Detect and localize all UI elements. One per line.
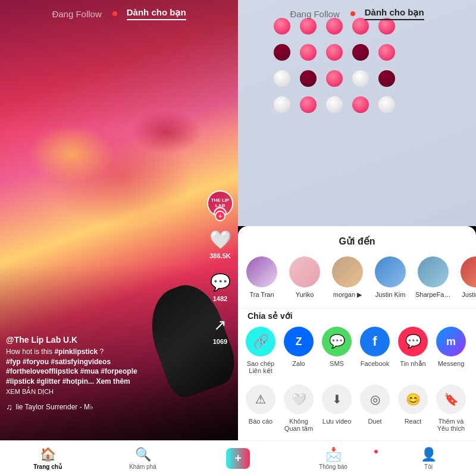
- action-report[interactable]: ⚠ Báo cáo: [245, 384, 276, 432]
- dot-5: [378, 18, 395, 35]
- friend-name-1: Yuriko: [296, 291, 314, 298]
- search-icon: 🔍: [135, 447, 151, 462]
- app-sms-label: SMS: [330, 360, 344, 367]
- actions-row: ⚠ Báo cáo 🤍 KhôngQuan tâm ⬇ Lưu video ◎ …: [238, 384, 476, 440]
- facebook-icon: f: [360, 327, 390, 356]
- share-with-label: Chia sẻ với: [238, 309, 476, 327]
- app-sms[interactable]: 💬 SMS: [321, 327, 352, 375]
- top-bar-left: Đang Follow Dành cho bạn: [0, 7, 238, 20]
- tab-following-right[interactable]: Đang Follow: [290, 9, 339, 19]
- action-react-label: React: [405, 418, 422, 425]
- profile-label: Tôi: [424, 464, 433, 470]
- dot-15: [378, 70, 395, 87]
- friend-name-0: Tra Tran: [249, 291, 274, 298]
- home-label: Trang chủ: [33, 464, 62, 470]
- action-report-label: Báo cáo: [249, 418, 273, 425]
- app-tinnhan[interactable]: 💬 Tin nhắn: [397, 327, 428, 375]
- save-icon: ⬇: [322, 384, 352, 414]
- friend-name-3: Justin Kim: [375, 291, 406, 298]
- react-icon: 😊: [398, 384, 428, 414]
- notification-dot: [374, 449, 378, 454]
- nav-profile[interactable]: 👤 Tôi: [381, 447, 476, 470]
- video-caption: How hot is this #pinklipstick ? #fyp #fo…: [6, 347, 196, 387]
- share-sheet: Gửi đến Tra Tran Yuriko morgan ▶ Justi: [238, 226, 476, 440]
- share-count: 1069: [213, 338, 227, 345]
- link-icon: 🔗: [246, 327, 275, 356]
- search-label: Khám phá: [129, 464, 156, 470]
- dot-16: [274, 96, 290, 113]
- action-react[interactable]: 😊 React: [397, 384, 428, 432]
- friend-item-5[interactable]: Justin Vib: [459, 256, 476, 299]
- music-bar: ♫ lie Taylor Surrender - M♭: [6, 402, 232, 412]
- nav-add[interactable]: +: [190, 448, 286, 469]
- app-messenger[interactable]: m Messeng: [436, 327, 466, 375]
- creator-username[interactable]: @The Lip Lab U.K: [6, 335, 196, 345]
- comment-button[interactable]: 💬 1482: [208, 270, 232, 302]
- translate-btn[interactable]: XEM BẢN DỊCH: [6, 388, 196, 396]
- tab-foryou-right[interactable]: Dành cho bạn: [365, 7, 424, 20]
- nav-home[interactable]: 🏠 Trang chủ: [0, 447, 95, 470]
- friend-avatar-3: [375, 256, 406, 287]
- dot-3: [326, 18, 343, 35]
- see-more-btn[interactable]: Xem thêm: [96, 377, 130, 386]
- dot-17: [300, 96, 317, 113]
- nav-search[interactable]: 🔍 Khám phá: [95, 447, 190, 470]
- friend-name-2: morgan ▶: [333, 291, 362, 299]
- action-duet[interactable]: ◎ Duet: [359, 384, 390, 432]
- messenger-icon: m: [436, 327, 466, 356]
- friend-item-0[interactable]: Tra Tran: [245, 256, 278, 299]
- dot-18: [326, 96, 343, 113]
- action-notcare-label: KhôngQuan tâm: [284, 418, 313, 432]
- follow-plus-badge[interactable]: +: [215, 211, 226, 221]
- app-facebook[interactable]: f Facebook: [359, 327, 390, 375]
- top-bar-right: Đang Follow Dành cho bạn: [238, 7, 476, 20]
- avatar-lip-lab-text: THE LIP LAB: [208, 198, 232, 209]
- friend-avatar-5: [461, 256, 476, 287]
- right-sidebar: THE LIP LAB + 🤍 386.5K 💬 1482 ↗: [207, 190, 233, 345]
- avatar-container[interactable]: THE LIP LAB +: [207, 190, 233, 217]
- dot-19: [352, 96, 369, 113]
- bookmark-icon: 🔖: [436, 384, 466, 414]
- add-button[interactable]: +: [226, 448, 250, 469]
- comment-count: 1482: [213, 295, 227, 302]
- friend-name-5: Justin Vib: [462, 291, 476, 298]
- share-apps-row: 🔗 Sao chépLiên kết Z Zalo 💬 SMS f Facebo…: [238, 327, 476, 384]
- nail-polish-dots: [274, 18, 400, 118]
- video-info: @The Lip Lab U.K How hot is this #pinkli…: [6, 335, 196, 396]
- app-messenger-label: Messeng: [438, 360, 465, 367]
- tab-foryou-left[interactable]: Dành cho bạn: [127, 7, 186, 20]
- friend-item-1[interactable]: Yuriko: [288, 256, 321, 299]
- friend-item-2[interactable]: morgan ▶: [331, 256, 364, 299]
- action-bookmark[interactable]: 🔖 Thêm vàYêu thích: [436, 384, 466, 432]
- friend-avatar-2: [332, 256, 363, 287]
- share-title: Gửi đến: [238, 236, 476, 247]
- dot-14: [352, 70, 369, 87]
- friend-avatar-4: [418, 256, 449, 287]
- friend-item-3[interactable]: Justin Kim: [374, 256, 407, 299]
- friend-avatar-1: [289, 256, 320, 287]
- right-panel: Đang Follow Dành cho bạn: [238, 0, 476, 440]
- dot-9: [352, 44, 369, 61]
- app-zalo[interactable]: Z Zalo: [283, 327, 314, 375]
- dot-11: [274, 70, 290, 87]
- nav-inbox[interactable]: 📩 Thông báo: [286, 447, 381, 470]
- app-link[interactable]: 🔗 Sao chépLiên kết: [245, 327, 276, 375]
- action-save[interactable]: ⬇ Lưu video: [321, 384, 352, 432]
- home-icon: 🏠: [40, 447, 56, 462]
- dot-8: [326, 44, 343, 61]
- tinnhan-icon: 💬: [398, 327, 428, 356]
- dot-7: [300, 44, 317, 61]
- share-button[interactable]: ↗ 1069: [208, 313, 232, 345]
- friend-item-4[interactable]: SharpeFamilySingers: [416, 256, 450, 299]
- tab-following-left[interactable]: Đang Follow: [52, 9, 101, 19]
- friends-row: Tra Tran Yuriko morgan ▶ Justin Kim Shar…: [238, 256, 476, 308]
- left-video-panel: Đang Follow Dành cho bạn THE LIP LAB + 🤍…: [0, 0, 238, 440]
- like-button[interactable]: 🤍 386.5K: [208, 227, 232, 259]
- app-tinnhan-label: Tin nhắn: [400, 360, 425, 368]
- action-notcare[interactable]: 🤍 KhôngQuan tâm: [283, 384, 314, 432]
- music-text[interactable]: lie Taylor Surrender - M♭: [16, 403, 94, 411]
- bottom-nav: 🏠 Trang chủ 🔍 Khám phá + 📩 Thông báo 👤 T…: [0, 440, 476, 476]
- dot-20: [378, 96, 395, 113]
- friend-name-4: SharpeFamilySingers: [415, 291, 451, 298]
- app-zalo-label: Zalo: [292, 360, 305, 367]
